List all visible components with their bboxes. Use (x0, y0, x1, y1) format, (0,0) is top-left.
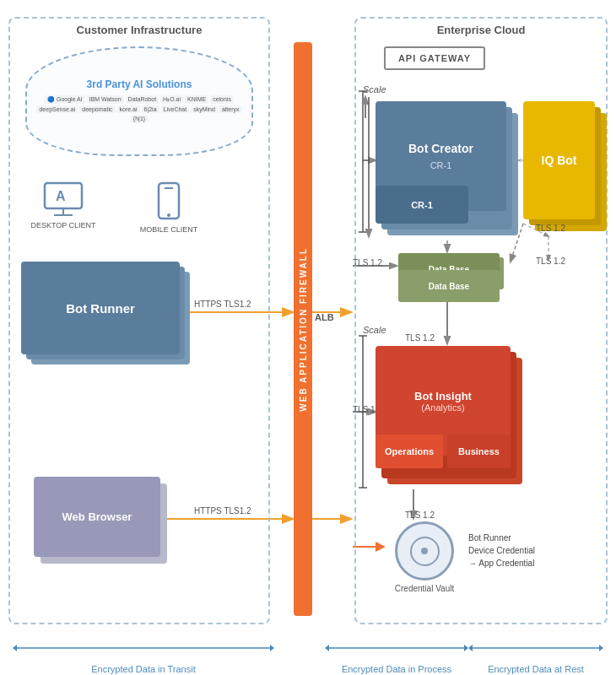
api-gateway-label: API GATEWAY (398, 53, 471, 63)
analytics-label: (Analytics) (421, 402, 464, 413)
iq-bot-box-front: IQ Bot (523, 101, 595, 219)
scale-label-top: Scale (363, 84, 386, 94)
process-arrow-svg (325, 641, 468, 662)
credential-info: Bot Runner Device Credential → App Crede… (468, 532, 535, 570)
rest-arrow-svg (468, 641, 603, 662)
bot-runner-label: Bot Runner (66, 301, 135, 316)
ai-logo-livechat: LiveChat (161, 105, 190, 113)
encrypted-rest-label: Encrypted Data at Rest (468, 664, 603, 674)
database-label-2: Data Base (398, 270, 500, 302)
cr-box: CR-1 (376, 186, 468, 224)
bot-runner-cred-text: Bot Runner (468, 533, 511, 543)
ai-logo-google: 🔵 Google AI (45, 95, 85, 104)
https-tls-label-1: HTTPS TLS1.2 (194, 300, 251, 309)
transit-arrow-svg (13, 641, 274, 662)
encrypted-transit-label: Encrypted Data in Transit (13, 664, 274, 674)
operations-label: Operations (385, 446, 434, 456)
customer-infra-title: Customer Infrastructure (8, 24, 270, 36)
bot-insight-stack: Bot Insight (Analytics) Operations Busin… (376, 346, 523, 485)
desktop-label: DESKTOP CLIENT (30, 221, 97, 230)
business-box: Business (447, 435, 511, 468)
tls-label-iq: TLS 1.2 (536, 224, 565, 233)
svg-marker-41 (599, 645, 603, 651)
api-gateway: API GATEWAY (384, 46, 485, 70)
svg-text:A: A (56, 189, 66, 203)
alb-label: ALB (315, 312, 334, 322)
svg-marker-37 (325, 645, 329, 651)
cr-label: CR-1 (411, 200, 433, 210)
business-label: Business (458, 446, 500, 456)
credential-vault-label: Credential Vault (386, 584, 462, 593)
scale-label-mid: Scale (363, 325, 386, 335)
diagram-container: TLS 1.2 Customer Infrastructure Enterpri… (0, 0, 616, 675)
vault-circle (395, 521, 454, 580)
encrypted-process-label: Encrypted Data in Process (325, 664, 468, 674)
bot-runner-box-front: Bot Runner (21, 262, 180, 354)
bot-runner-stack: Bot Runner (21, 262, 190, 371)
svg-marker-40 (468, 645, 473, 651)
ai-logo-alteryx: alteryx (219, 105, 242, 113)
bot-runner-cred: Bot Runner (468, 532, 535, 544)
ai-logo-6ia: 6|2ia (142, 105, 159, 113)
encrypted-transit-container: Encrypted Data in Transit (13, 641, 274, 674)
ai-logo-celonis: celonis (210, 95, 234, 104)
https-tls-label-2: HTTPS TLS1.2 (194, 506, 251, 516)
ai-logo-watson: IBM Watson (87, 95, 124, 104)
vault-dot (421, 548, 428, 554)
tls-label-bi: TLS 1.2 (405, 333, 435, 343)
ai-logo-knime: KNIME (185, 95, 208, 104)
credential-vault: Credential Vault (386, 521, 462, 593)
bot-insight-label: Bot Insight (414, 390, 472, 402)
iq-bot-label: IQ Bot (542, 154, 577, 167)
cr1-sublabel: CR-1 (430, 160, 452, 170)
encrypted-process-container: Encrypted Data in Process (325, 641, 468, 674)
database-outer: Data Base Data Base (398, 253, 508, 300)
mobile-client-label: MOBILE CLIENT (135, 225, 203, 234)
vault-inner (410, 537, 440, 566)
web-browser-stack: Web Browser (34, 477, 169, 570)
device-cred-text: Device Credential (468, 546, 535, 555)
ai-logo-deepomatic: deepomatic (79, 105, 115, 113)
ai-logos: 🔵 Google AI IBM Watson DataRobot H₂O.ai … (27, 94, 251, 124)
ai-logo-deepsense: deepSense.ai (36, 105, 78, 113)
mobile-svg (156, 181, 181, 224)
web-browser-box-front: Web Browser (34, 477, 160, 557)
mobile-icon: MOBILE CLIENT (135, 181, 203, 234)
desktop-icon: A DESKTOP CLIENT (30, 181, 97, 230)
encrypted-rest-container: Encrypted Data at Rest (468, 641, 603, 674)
ai-cloud-title: 3rd Party AI Solutions (87, 78, 192, 90)
ai-logo-skymind: skyMind (191, 105, 218, 113)
bot-creator-label: Bot Creator (408, 142, 473, 155)
svg-marker-34 (13, 645, 17, 651)
waf-bar: WEB APPLICATION FIREWALL (294, 42, 312, 616)
svg-marker-35 (270, 645, 274, 651)
ai-logo-h1: {h|1} (131, 115, 148, 122)
app-cred-text: App Credential (478, 559, 534, 568)
device-cred: Device Credential (468, 544, 535, 557)
enterprise-cloud-title: Enterprise Cloud (354, 24, 608, 36)
ai-logo-datarobot: DataRobot (126, 95, 159, 104)
tls-label-vault: TLS 1.2 (405, 510, 435, 520)
ai-logo-kore: kore.ai (117, 105, 140, 113)
app-cred-arrow: → (468, 559, 477, 568)
ai-cloud: 3rd Party AI Solutions 🔵 Google AI IBM W… (25, 46, 253, 156)
svg-point-31 (167, 213, 170, 217)
tls-label-db: TLS 1.2 (353, 258, 382, 267)
operations-box: Operations (376, 435, 443, 468)
app-cred: → App Credential (468, 557, 535, 570)
web-browser-label: Web Browser (62, 510, 132, 523)
iq-bot-stack: IQ Bot (523, 101, 608, 232)
monitor-svg: A (41, 181, 87, 219)
bot-creator-stack: Bot Creator CR-1 CR-1 (376, 101, 519, 236)
database-label-2-text: Data Base (429, 282, 469, 291)
waf-text: WEB APPLICATION FIREWALL (299, 247, 308, 412)
ai-logo-h2o: H₂O.ai (160, 95, 183, 104)
